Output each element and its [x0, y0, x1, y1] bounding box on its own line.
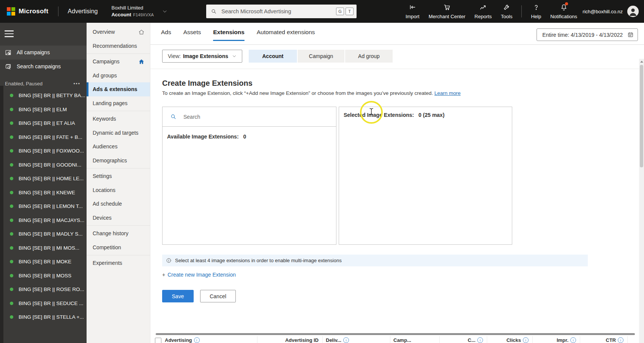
campaign-filter-label: Enabled, Paused [5, 81, 43, 87]
scope-tab-account[interactable]: Account [249, 50, 297, 63]
save-button[interactable]: Save [162, 290, 194, 302]
campaign-list-item[interactable]: BING [SE] BR || MOSS [0, 269, 87, 283]
column-info-icon[interactable]: i [523, 337, 529, 343]
table-column-header[interactable]: Impr.i [533, 336, 580, 343]
campaign-list-item[interactable]: BING [SE] BR || MI MOS... [0, 241, 87, 255]
nav-item-ad-groups[interactable]: Ad groups [87, 69, 150, 83]
campaign-list-item[interactable]: BING [SE] BR || SEDUCE ... [0, 296, 87, 310]
campaign-filter-row[interactable]: Enabled, Paused ••• [0, 79, 87, 89]
global-search-input[interactable] [221, 8, 335, 15]
nav-item-ad-schedule[interactable]: Ad schedule [87, 197, 150, 211]
nav-item-landing-pages[interactable]: Landing pages [87, 96, 150, 110]
nav-group-divider [87, 168, 150, 168]
status-enabled-dot [10, 108, 13, 111]
campaign-list-item[interactable]: BING [SE] BR || LEMON T... [0, 200, 87, 214]
sidebar-item-search-campaigns[interactable]: Search campaigns [0, 60, 87, 74]
nav-item-devices[interactable]: Devices [87, 211, 150, 225]
campaign-list-item[interactable]: BING [SE] BR || KNEWE [0, 186, 87, 200]
more-options-icon[interactable]: ••• [73, 81, 80, 87]
column-info-icon[interactable]: i [194, 337, 200, 343]
topbar-nav-merchant-center[interactable]: Merchant Center [429, 3, 466, 19]
extensions-search[interactable] [163, 107, 336, 127]
nav-item-audiences[interactable]: Audiences [87, 140, 150, 154]
column-info-icon[interactable]: i [570, 337, 576, 343]
select-all-checkbox[interactable] [155, 338, 161, 343]
scope-tab-campaign[interactable]: Campaign [298, 50, 344, 63]
vertical-scrollbar-thumb[interactable] [640, 65, 643, 167]
campaign-list-item[interactable]: BING [SE] BR || GOODNI... [0, 158, 87, 172]
scope-tab-ad-group[interactable]: Ad group [345, 50, 393, 63]
extensions-search-input[interactable] [183, 113, 331, 120]
date-range-picker[interactable]: Entire time: 4/13/2019 - 4/13/2022 [537, 28, 638, 41]
status-enabled-dot [10, 94, 13, 97]
campaign-list-item[interactable]: BING [SE] BR || MOKE [0, 255, 87, 269]
topbar-nav-reports[interactable]: Reports [475, 3, 492, 19]
learn-more-link[interactable]: Learn more [434, 90, 461, 96]
nav-item-ads-extensions[interactable]: Ads & extensions [87, 82, 150, 96]
campaign-list-item[interactable]: BING [SE] BR || BETTY BA... [0, 89, 87, 103]
microsoft-logo[interactable]: Microsoft [7, 7, 48, 16]
table-column-header[interactable]: Clicksi [487, 336, 533, 343]
vertical-scrollbar[interactable] [639, 59, 644, 343]
campaign-name: BING [SE] BR || HOME LE... [19, 176, 84, 181]
tab-ads[interactable]: Ads [161, 29, 171, 41]
nav-item-settings[interactable]: Settings [87, 169, 150, 183]
campaign-list-item[interactable]: BING [SE] BR || FATE + B... [0, 130, 87, 144]
campaign-list-item[interactable]: BING [SE] BR || HOME LE... [0, 172, 87, 186]
topbar-nav-tools[interactable]: Tools [501, 3, 512, 19]
cancel-button[interactable]: Cancel [200, 290, 236, 302]
nav-item-overview[interactable]: Overview [87, 25, 150, 39]
nav-item-demographics[interactable]: Demographics [87, 154, 150, 168]
global-search[interactable]: GT [206, 5, 357, 18]
tab-extensions[interactable]: Extensions [213, 29, 245, 41]
notification-badge [565, 2, 568, 5]
account-name: Boxhill Limited [111, 5, 153, 11]
campaign-list-item[interactable]: BING [SE] BR || ELM [0, 102, 87, 116]
create-new-image-extension-link[interactable]: + Create new Image Extension [162, 272, 236, 278]
nav-item-label: Dynamic ad targets [93, 130, 139, 136]
topbar-nav-help[interactable]: Help [531, 3, 541, 19]
table-column-header[interactable]: C...i [440, 336, 487, 343]
topbar-nav-label: Notifications [550, 14, 577, 19]
campaign-list-item[interactable]: BING [SE] BR || ROSE RO... [0, 283, 87, 297]
campaign-name: BING [SE] BR || MOSS [19, 273, 71, 278]
nav-item-experiments[interactable]: Experiments [87, 256, 150, 270]
nav-item-locations[interactable]: Locations [87, 183, 150, 197]
table-column-header[interactable]: CTRi [580, 336, 628, 343]
nav-item-keywords[interactable]: Keywords [87, 112, 150, 126]
column-info-icon[interactable]: i [343, 337, 349, 343]
campaign-list-item[interactable]: BING [SE] BR || STELLA +... [0, 310, 87, 324]
menu-hamburger-icon[interactable] [5, 30, 14, 37]
scroll-up-arrow-icon[interactable] [639, 59, 644, 64]
user-avatar[interactable] [627, 6, 639, 17]
view-dropdown[interactable]: View: Image Extensions [162, 50, 242, 63]
table-column-header[interactable]: Advertisingi [162, 336, 257, 343]
create-link-label[interactable]: Create new Image Extension [167, 272, 236, 278]
tab-automated-extensions[interactable]: Automated extensions [257, 29, 315, 41]
horizontal-scrollbar[interactable] [156, 333, 635, 335]
column-info-icon[interactable]: i [618, 337, 623, 343]
table-column-header[interactable]: Advertising ID [257, 336, 323, 343]
campaign-list-item[interactable]: BING [SE] BR || ET ALIA [0, 116, 87, 131]
user-email: rich@boxhill.co.nz [582, 9, 623, 14]
nav-item-change-history[interactable]: Change history [87, 227, 150, 241]
table-column-header[interactable]: Camp... [390, 336, 440, 343]
nav-item-competition[interactable]: Competition [87, 241, 150, 255]
campaign-list-item[interactable]: BING [SE] BR || MACJAYS... [0, 213, 87, 227]
table-column-header[interactable]: Deliv...i [323, 336, 390, 343]
column-info-icon[interactable]: i [477, 337, 483, 343]
campaign-list-item[interactable]: BING [SE] BR || MADLY S... [0, 227, 87, 241]
nav-item-campaigns[interactable]: Campaigns [87, 55, 150, 69]
campaign-list-item[interactable]: BING [SE] BR || FOXWOO... [0, 144, 87, 158]
tab-assets[interactable]: Assets [183, 29, 201, 41]
chevron-down-icon[interactable] [162, 9, 167, 14]
nav-item-recommendations[interactable]: Recommendations [87, 39, 150, 53]
nav-item-dynamic-ad-targets[interactable]: Dynamic ad targets [87, 126, 150, 140]
search-icon [211, 8, 217, 14]
account-switcher[interactable]: Boxhill Limited AccountF149XVXA [111, 5, 153, 17]
topbar-nav-notifications[interactable]: Notifications [550, 3, 577, 19]
sidebar-item-all-campaigns[interactable]: All campaigns [0, 46, 87, 60]
topbar-nav-import[interactable]: Import [406, 3, 420, 19]
column-header-label: Advertising [165, 337, 192, 343]
campaign-name: BING [SE] BR || BETTY BA... [19, 93, 85, 98]
